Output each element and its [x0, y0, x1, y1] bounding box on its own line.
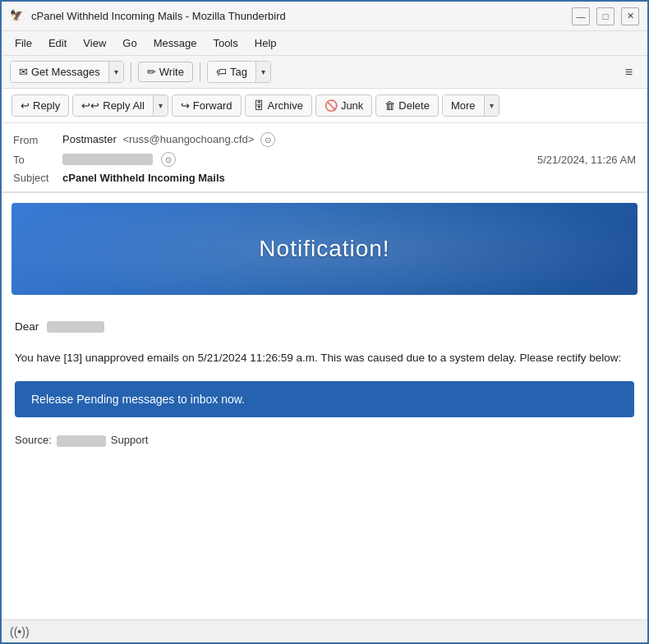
- email-content: Dear You have [13] unapproved emails on …: [12, 311, 637, 456]
- delete-button[interactable]: 🗑 Delete: [375, 94, 439, 117]
- archive-label: Archive: [268, 99, 303, 112]
- menu-file[interactable]: File: [8, 34, 39, 52]
- tag-button[interactable]: 🏷 Tag: [208, 62, 255, 82]
- to-row: To ⊙ 5/21/2024, 11:26 AM: [13, 150, 636, 169]
- banner-title: Notification!: [28, 236, 621, 262]
- reply-all-icon: ↩↩: [81, 99, 99, 112]
- reply-all-dropdown[interactable]: ▾: [153, 95, 168, 116]
- trash-icon: 🗑: [384, 99, 395, 112]
- email-banner: Notification!: [12, 203, 637, 295]
- menu-view[interactable]: View: [76, 34, 113, 52]
- close-button[interactable]: ✕: [621, 7, 639, 25]
- reply-label: Reply: [33, 99, 60, 112]
- subject-value: cPanel Withheld Incoming Mails: [62, 172, 636, 184]
- email-body-inner: Notification! Dear You have [13] unappro…: [2, 193, 647, 466]
- chevron-down-icon-tag: ▾: [261, 67, 265, 76]
- minimize-button[interactable]: —: [572, 7, 590, 25]
- reply-all-split: ↩↩ Reply All ▾: [72, 94, 168, 117]
- forward-icon: ↪: [181, 99, 190, 112]
- action-bar: ↩ Reply ↩↩ Reply All ▾ ↪ Forward 🗄 Archi…: [2, 89, 647, 123]
- more-dropdown[interactable]: ▾: [484, 95, 499, 116]
- hamburger-menu-button[interactable]: ≡: [619, 62, 639, 83]
- envelope-icon: ✉: [19, 66, 28, 78]
- subject-row: Subject cPanel Withheld Incoming Mails: [13, 169, 636, 186]
- source-row: Source: Support: [15, 432, 634, 449]
- body-text: You have [13] unapproved emails on 5/21/…: [15, 349, 634, 367]
- dear-row: Dear: [15, 318, 634, 336]
- reply-icon: ↩: [21, 99, 30, 112]
- status-bar: ((•)): [2, 619, 647, 642]
- tag-dropdown[interactable]: ▾: [255, 62, 270, 82]
- to-label: To: [13, 154, 62, 166]
- from-row: From Postmaster <russ@huangochoang.cfd> …: [13, 130, 636, 150]
- junk-button[interactable]: 🚫 Junk: [315, 94, 372, 117]
- reply-button[interactable]: ↩ Reply: [12, 94, 69, 117]
- reply-all-label: Reply All: [103, 99, 145, 112]
- more-label: More: [451, 99, 476, 112]
- menu-bar: File Edit View Go Message Tools Help: [2, 31, 647, 56]
- junk-icon: 🚫: [324, 99, 338, 112]
- archive-button[interactable]: 🗄 Archive: [245, 94, 312, 117]
- get-messages-button[interactable]: ✉ Get Messages: [11, 62, 108, 82]
- get-messages-label: Get Messages: [31, 66, 100, 78]
- forward-button[interactable]: ↪ Forward: [172, 94, 242, 117]
- email-date: 5/21/2024, 11:26 AM: [537, 154, 636, 166]
- from-label: From: [13, 134, 62, 146]
- write-button[interactable]: ✏ Write: [138, 62, 193, 82]
- delete-label: Delete: [398, 99, 430, 112]
- email-body: Notification! Dear You have [13] unappro…: [2, 193, 647, 619]
- chevron-down-icon-reply-all: ▾: [159, 101, 163, 110]
- maximize-button[interactable]: □: [596, 7, 614, 25]
- tag-split: 🏷 Tag ▾: [207, 61, 271, 83]
- get-messages-split: ✉ Get Messages ▾: [10, 61, 124, 83]
- archive-icon: 🗄: [254, 99, 265, 112]
- from-email: <russ@huangochoang.cfd>: [122, 133, 254, 145]
- release-button[interactable]: Release Pending messages to inbox now.: [15, 381, 634, 417]
- from-value: Postmaster <russ@huangochoang.cfd> ⊙: [62, 132, 636, 147]
- source-redacted: [57, 435, 106, 447]
- email-header: From Postmaster <russ@huangochoang.cfd> …: [2, 123, 647, 193]
- to-value: ⊙: [62, 152, 537, 167]
- source-label: Source:: [15, 432, 52, 449]
- get-messages-dropdown[interactable]: ▾: [108, 62, 123, 82]
- sender-info-icon[interactable]: ⊙: [260, 132, 275, 147]
- menu-edit[interactable]: Edit: [42, 34, 73, 52]
- from-name: Postmaster: [62, 133, 117, 145]
- menu-go[interactable]: Go: [116, 34, 143, 52]
- reply-all-button[interactable]: ↩↩ Reply All: [73, 95, 153, 116]
- menu-tools[interactable]: Tools: [206, 34, 244, 52]
- more-split: More ▾: [442, 94, 499, 117]
- to-info-icon[interactable]: ⊙: [161, 152, 176, 167]
- window-title: cPanel Withheld Incoming Mails - Mozilla…: [31, 10, 286, 22]
- chevron-down-icon-more: ▾: [490, 101, 494, 110]
- more-button[interactable]: More: [443, 95, 484, 116]
- pencil-icon: ✏: [147, 66, 156, 78]
- menu-message[interactable]: Message: [147, 34, 204, 52]
- dear-prefix: Dear: [15, 320, 39, 333]
- to-redacted: [62, 154, 153, 165]
- app-icon: 🦅: [10, 9, 25, 24]
- title-bar-controls: — □ ✕: [572, 7, 639, 25]
- tag-label: Tag: [230, 66, 247, 78]
- dear-redacted: [47, 321, 104, 333]
- menu-help[interactable]: Help: [248, 34, 283, 52]
- tag-icon: 🏷: [216, 66, 227, 78]
- subject-label: Subject: [13, 172, 62, 184]
- toolbar-divider-1: [131, 62, 131, 82]
- title-bar-left: 🦅 cPanel Withheld Incoming Mails - Mozil…: [10, 9, 286, 24]
- source-suffix: Support: [111, 432, 149, 449]
- main-window: 🦅 cPanel Withheld Incoming Mails - Mozil…: [0, 0, 649, 644]
- junk-label: Junk: [341, 99, 363, 112]
- chevron-down-icon: ▾: [114, 67, 118, 76]
- toolbar-divider-2: [200, 62, 200, 82]
- write-label: Write: [159, 66, 184, 78]
- title-bar: 🦅 cPanel Withheld Incoming Mails - Mozil…: [2, 2, 647, 31]
- toolbar: ✉ Get Messages ▾ ✏ Write 🏷 Tag ▾ ≡: [2, 56, 647, 89]
- status-icon: ((•)): [10, 625, 30, 638]
- forward-label: Forward: [193, 99, 232, 112]
